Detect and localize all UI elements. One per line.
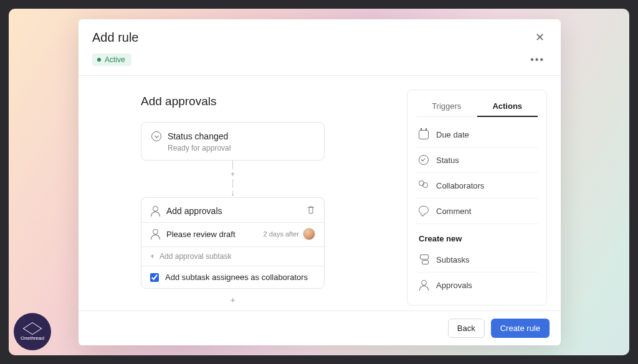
trigger-subtitle: Ready for approval (168, 144, 314, 152)
status-badge[interactable]: Active (92, 54, 131, 66)
collaborators-icon (419, 180, 429, 190)
create-approvals[interactable]: Approvals (416, 273, 538, 297)
calendar-icon (419, 129, 429, 139)
action-due-date[interactable]: Due date (416, 122, 538, 147)
tab-triggers[interactable]: Triggers (416, 98, 477, 116)
back-button[interactable]: Back (448, 319, 485, 338)
action-card: Add approvals Please review draft (141, 197, 325, 289)
modal-title: Add rule (92, 30, 139, 45)
status-changed-icon (151, 131, 161, 141)
status-label: Active (105, 55, 125, 64)
status-row: Active ••• (79, 52, 561, 76)
add-approval-subtask[interactable]: + Add approval subtask (141, 246, 324, 266)
close-icon[interactable]: ✕ (533, 28, 547, 47)
arrow-down-icon: ↓ (231, 188, 235, 197)
collaborators-checkbox[interactable] (150, 273, 159, 282)
assignee-avatar[interactable] (303, 228, 315, 240)
brand-name: Onethread (21, 335, 44, 341)
side-tabs: Triggers Actions (416, 98, 538, 117)
trigger-title: Status changed (168, 131, 228, 141)
action-card-header: Add approvals (141, 198, 324, 222)
add-action-button[interactable]: + (141, 295, 325, 305)
add-subtask-label: Add approval subtask (160, 252, 231, 261)
status-icon (419, 155, 429, 165)
modal-body: Add approvals Status changed Ready for a… (79, 76, 561, 310)
brand-badge: Onethread (14, 313, 51, 350)
flow-area: Status changed Ready for approval + ↓ (141, 122, 325, 305)
action-title: Add approvals (166, 206, 222, 216)
create-new-title: Create new (419, 234, 535, 243)
modal-footer: Back Create rule (79, 310, 561, 345)
checkbox-label: Add subtask assignees as collaborators (165, 273, 308, 282)
approval-subtask-row[interactable]: Please review draft 2 days after (141, 222, 324, 246)
action-status[interactable]: Status (416, 147, 538, 173)
create-subtasks[interactable]: Subtasks (416, 247, 538, 273)
review-label: Please review draft (166, 230, 236, 239)
tab-actions[interactable]: Actions (477, 98, 538, 117)
comment-icon (419, 206, 429, 216)
due-text: 2 days after (264, 230, 299, 238)
approvals-icon (419, 280, 429, 290)
create-rule-button[interactable]: Create rule (491, 319, 550, 338)
brand-logo-icon (27, 323, 38, 334)
more-icon[interactable]: ••• (528, 52, 547, 68)
status-dot-icon (97, 58, 101, 62)
action-collaborators[interactable]: Collaborators (416, 173, 538, 198)
add-step-icon[interactable]: + (231, 170, 235, 178)
trigger-card[interactable]: Status changed Ready for approval (141, 122, 325, 161)
background-frame: Add rule ✕ Active ••• Add approvals Stat… (9, 9, 629, 355)
plus-icon: + (150, 252, 155, 261)
approval-icon (150, 206, 160, 216)
rule-modal: Add rule ✕ Active ••• Add approvals Stat… (79, 19, 561, 345)
action-comment[interactable]: Comment (416, 198, 538, 224)
main-column: Add approvals Status changed Ready for a… (92, 87, 382, 308)
delete-icon[interactable] (307, 205, 315, 216)
connector: + ↓ (141, 161, 325, 197)
subtasks-icon (419, 254, 429, 264)
modal-header: Add rule ✕ (79, 19, 561, 52)
side-panel: Triggers Actions Due date Status Collabo… (407, 90, 547, 306)
collaborators-checkbox-row[interactable]: Add subtask assignees as collaborators (141, 266, 324, 288)
person-icon (150, 229, 160, 239)
section-title: Add approvals (141, 95, 382, 108)
